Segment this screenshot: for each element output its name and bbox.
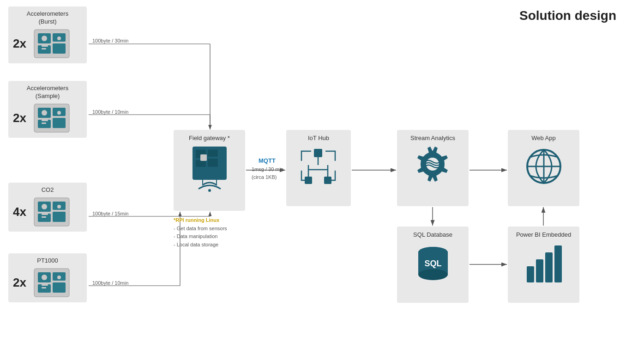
sensor-co2: CO2 4x bbox=[8, 183, 87, 232]
sensor-accel-burst-icon bbox=[33, 29, 70, 59]
svg-point-50 bbox=[57, 276, 61, 279]
svg-rect-24 bbox=[42, 45, 48, 47]
svg-point-74 bbox=[418, 247, 448, 258]
power-bi-box: Power BI Embedded bbox=[508, 227, 579, 303]
rate-pt1000: 100byte / 10min bbox=[92, 280, 128, 286]
sensor-pt1000-icon bbox=[33, 268, 70, 298]
svg-rect-78 bbox=[527, 266, 534, 282]
svg-text:SQL: SQL bbox=[424, 259, 441, 268]
svg-rect-48 bbox=[53, 282, 66, 293]
svg-rect-58 bbox=[200, 154, 207, 161]
svg-rect-21 bbox=[53, 43, 66, 54]
svg-rect-55 bbox=[196, 160, 206, 167]
sensor-pt1000-count: 2x bbox=[13, 276, 28, 290]
stream-analytics-icon bbox=[411, 144, 455, 190]
svg-rect-25 bbox=[42, 48, 46, 49]
power-bi-icon bbox=[523, 241, 565, 287]
svg-point-31 bbox=[42, 110, 47, 116]
sql-database-box: SQL Database SQL bbox=[397, 227, 469, 303]
rate-accel-sample: 100byte / 10min bbox=[92, 109, 128, 115]
field-gateway-box: Field gateway * bbox=[174, 130, 245, 211]
sensor-accel-burst-count: 2x bbox=[13, 37, 28, 51]
svg-rect-34 bbox=[42, 123, 46, 124]
sensor-pt1000: PT1000 2x bbox=[8, 253, 87, 302]
sensor-accel-sample-label: Accelerometers(Sample) bbox=[13, 85, 82, 100]
power-bi-label: Power BI Embedded bbox=[516, 231, 571, 238]
sensor-accel-sample: Accelerometers(Sample) 2x bbox=[8, 81, 87, 138]
svg-point-23 bbox=[57, 37, 61, 40]
sensor-accel-burst: Accelerometers(Burst) 2x bbox=[8, 6, 87, 63]
svg-rect-51 bbox=[42, 284, 48, 286]
svg-point-32 bbox=[57, 111, 61, 115]
svg-rect-39 bbox=[53, 212, 66, 222]
svg-rect-30 bbox=[53, 118, 66, 128]
sensor-co2-label: CO2 bbox=[13, 186, 82, 194]
svg-point-40 bbox=[42, 204, 47, 209]
svg-rect-56 bbox=[208, 150, 218, 157]
sensor-pt1000-label: PT1000 bbox=[13, 257, 82, 265]
svg-point-72 bbox=[418, 269, 448, 280]
stream-analytics-label: Stream Analytics bbox=[410, 135, 455, 141]
note-item-3: - Local data storage bbox=[174, 242, 218, 247]
sensor-accel-sample-icon bbox=[33, 103, 70, 133]
rate-co2: 100byte / 15min bbox=[92, 211, 128, 216]
sensor-co2-count: 4x bbox=[13, 205, 28, 219]
svg-rect-57 bbox=[208, 159, 218, 167]
sql-database-icon: SQL bbox=[412, 241, 454, 287]
svg-rect-80 bbox=[545, 252, 553, 282]
page-title: Solution design bbox=[519, 8, 616, 23]
mqtt-label: MQTT bbox=[259, 157, 276, 164]
mqtt-sub: 1msg / 30 min(circa 1KB) bbox=[252, 165, 283, 181]
svg-rect-52 bbox=[42, 287, 46, 288]
sensor-accel-sample-count: 2x bbox=[13, 111, 28, 125]
note-item-2: - Data manipulation bbox=[174, 233, 217, 239]
web-app-label: Web App bbox=[531, 135, 556, 141]
svg-point-41 bbox=[57, 205, 61, 208]
svg-rect-81 bbox=[554, 245, 562, 282]
note-item-1: - Get data from sensors bbox=[174, 226, 227, 231]
svg-rect-43 bbox=[42, 216, 46, 218]
field-gateway-note: *RPI running Linux - Get data from senso… bbox=[174, 216, 227, 249]
field-gateway-label: Field gateway * bbox=[189, 135, 230, 141]
rate-accel-burst: 100byte / 30min bbox=[92, 38, 128, 43]
svg-rect-33 bbox=[42, 120, 48, 121]
stream-analytics-box: Stream Analytics bbox=[397, 130, 469, 206]
svg-point-59 bbox=[208, 189, 211, 192]
iot-hub-box: IoT Hub bbox=[286, 130, 351, 206]
svg-point-22 bbox=[42, 36, 47, 41]
svg-rect-79 bbox=[536, 259, 543, 282]
svg-rect-62 bbox=[314, 149, 322, 157]
sensor-co2-icon bbox=[33, 197, 70, 227]
iot-hub-icon bbox=[299, 144, 338, 190]
note-title: *RPI running Linux bbox=[174, 217, 219, 223]
svg-point-49 bbox=[42, 275, 47, 280]
svg-rect-42 bbox=[42, 214, 48, 215]
iot-hub-label: IoT Hub bbox=[308, 135, 329, 141]
web-app-icon bbox=[523, 144, 565, 190]
field-gateway-icon bbox=[189, 144, 230, 195]
web-app-box: Web App bbox=[508, 130, 579, 206]
sql-database-label: SQL Database bbox=[413, 231, 452, 238]
sensor-accel-burst-label: Accelerometers(Burst) bbox=[13, 10, 82, 26]
